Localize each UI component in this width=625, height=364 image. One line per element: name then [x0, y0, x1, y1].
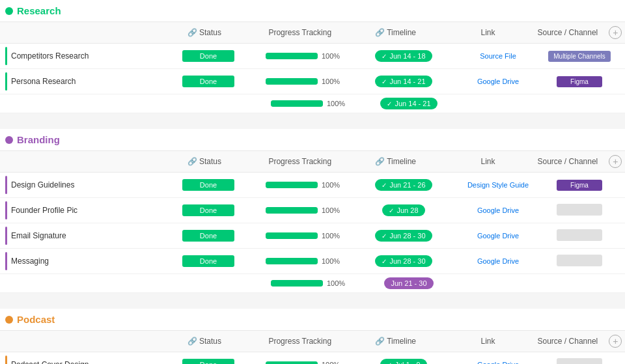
row-status: Done	[156, 255, 260, 267]
source-badge[interactable]: Multiple Channels	[548, 51, 611, 62]
col-timeline-header: 🔗Timeline	[344, 28, 447, 37]
chain-icon-status: 🔗	[188, 28, 197, 37]
col-header-research: 🔗Status Progress Tracking 🔗Timeline Link…	[0, 22, 625, 44]
row-timeline: ✓Jun 28	[352, 204, 456, 216]
row-bar	[5, 47, 7, 65]
col-link-header: Link	[447, 337, 529, 346]
timeline-badge: ✓Jun 28	[382, 204, 424, 216]
col-progress-header: Progress Tracking	[255, 157, 344, 166]
section-title-branding: Branding	[17, 134, 620, 145]
progress-bar-fill	[266, 258, 318, 264]
section-branding: Branding 🔗Status Progress Tracking 🔗Time…	[0, 129, 625, 293]
row-progress: 100%	[260, 206, 352, 214]
section-research: Research 🔗Status Progress Tracking 🔗Time…	[0, 0, 625, 113]
section-title-podcast: Podcast	[17, 314, 620, 325]
progress-pct: 100%	[322, 52, 341, 60]
source-badge-empty	[557, 204, 602, 216]
row-timeline: ✓Jul 1 - 9	[352, 359, 456, 364]
row-bar	[5, 176, 7, 194]
chain-icon-timeline: 🔗	[375, 157, 385, 166]
col-add-header[interactable]: +	[606, 335, 625, 348]
section-header-podcast: Podcast	[0, 309, 625, 331]
row-progress: 100%	[260, 77, 352, 85]
col-source-header: Source / Channel	[529, 157, 605, 166]
row-progress: 100%	[260, 361, 352, 364]
summary-progress-bar-fill	[271, 280, 323, 287]
col-link-header: Link	[447, 28, 529, 37]
summary-progress-bar-bg	[271, 100, 323, 107]
row-source	[540, 204, 618, 217]
col-add-header[interactable]: +	[606, 26, 625, 39]
status-badge-done[interactable]: Done	[182, 230, 234, 242]
status-badge-done[interactable]: Done	[182, 179, 234, 191]
summary-timeline: ✓Jun 14 - 21	[357, 98, 461, 109]
section-dot-branding	[5, 136, 13, 144]
add-circle-podcast[interactable]: +	[609, 335, 622, 348]
row-link[interactable]: Google Drive	[456, 77, 540, 85]
col-status-header: 🔗Status	[154, 28, 256, 37]
progress-pct: 100%	[322, 257, 341, 265]
summary-timeline: Jun 21 - 30	[357, 277, 461, 289]
section-dot-podcast	[5, 316, 13, 324]
add-circle-branding[interactable]: +	[609, 155, 622, 168]
row-source: Multiple Channels	[540, 51, 618, 62]
summary-progress-pct: 100%	[327, 100, 346, 107]
status-badge-done[interactable]: Done	[182, 76, 234, 87]
row-progress: 100%	[260, 232, 352, 240]
source-badge[interactable]: Figma	[557, 180, 602, 191]
progress-bar-fill	[266, 207, 318, 214]
row-link[interactable]: Source File	[456, 52, 540, 60]
col-header-podcast: 🔗Status Progress Tracking 🔗Timeline Link…	[0, 331, 625, 352]
add-circle-research[interactable]: +	[609, 26, 622, 39]
row-link[interactable]: Google Drive	[456, 257, 540, 265]
row-status: Done	[156, 179, 260, 191]
col-add-header[interactable]: +	[606, 155, 625, 168]
timeline-badge: ✓Jun 21 - 26	[375, 179, 432, 191]
row-link[interactable]: Google Drive	[456, 232, 540, 240]
table-row: Founder Profile PicDone100%✓Jun 28Google…	[0, 198, 625, 223]
section-title-research: Research	[17, 5, 620, 16]
row-bar	[5, 72, 7, 91]
progress-pct: 100%	[322, 77, 341, 85]
row-task-name: Founder Profile Pic	[11, 206, 156, 215]
section-header-branding: Branding	[0, 129, 625, 151]
col-progress-header: Progress Tracking	[255, 337, 344, 346]
row-task-name: Email Signature	[11, 231, 156, 240]
chain-icon-status: 🔗	[188, 337, 197, 346]
col-progress-header: Progress Tracking	[255, 28, 344, 37]
status-badge-done[interactable]: Done	[182, 204, 234, 216]
row-link[interactable]: Google Drive	[456, 206, 540, 214]
source-badge-empty	[557, 255, 602, 266]
source-badge[interactable]: Figma	[557, 76, 602, 87]
status-badge-done[interactable]: Done	[182, 359, 234, 364]
chain-icon-timeline: 🔗	[375, 28, 385, 37]
table-row: Design GuidelinesDone100%✓Jun 21 - 26Des…	[0, 173, 625, 198]
row-progress: 100%	[260, 181, 352, 189]
col-timeline-header: 🔗Timeline	[344, 337, 447, 346]
timeline-badge: ✓Jun 28 - 30	[375, 230, 432, 242]
status-badge-done[interactable]: Done	[182, 50, 234, 62]
row-task-name: Competitors Research	[11, 51, 156, 61]
row-timeline: ✓Jun 14 - 21	[352, 76, 456, 87]
progress-bar-bg	[266, 361, 318, 364]
row-link[interactable]: Design Style Guide	[456, 181, 540, 189]
status-badge-done[interactable]: Done	[182, 255, 234, 267]
row-source	[540, 255, 618, 268]
timeline-badge: ✓Jul 1 - 9	[380, 359, 426, 364]
progress-pct: 100%	[322, 206, 341, 214]
progress-pct: 100%	[322, 361, 341, 364]
row-progress: 100%	[260, 257, 352, 265]
summary-progress-bar-bg	[271, 280, 323, 287]
row-task-name: Persona Research	[11, 77, 156, 86]
chain-icon-timeline: 🔗	[375, 337, 385, 346]
row-bar	[5, 356, 7, 364]
row-source	[540, 358, 618, 365]
row-link[interactable]: Google Drive	[456, 361, 540, 364]
table-row: Persona ResearchDone100%✓Jun 14 - 21Goog…	[0, 69, 625, 94]
main-container: Research 🔗Status Progress Tracking 🔗Time…	[0, 0, 625, 364]
col-source-header: Source / Channel	[529, 337, 605, 346]
summary-row: 100%✓Jun 14 - 21	[0, 94, 625, 113]
row-status: Done	[156, 50, 260, 62]
progress-pct: 100%	[322, 181, 341, 189]
row-status: Done	[156, 359, 260, 364]
